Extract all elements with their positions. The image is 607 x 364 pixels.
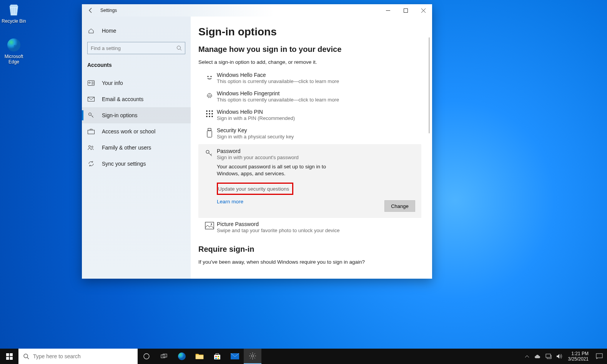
svg-rect-27 [10, 353, 13, 356]
svg-rect-28 [6, 357, 9, 360]
tray-volume-icon[interactable] [556, 353, 563, 360]
option-pin[interactable]: Windows Hello PIN Sign in with a PIN (Re… [198, 106, 421, 124]
tray-chevron-icon[interactable] [524, 353, 531, 360]
change-button[interactable]: Change [384, 200, 415, 212]
scrollbar[interactable] [429, 37, 430, 133]
taskbar-mail[interactable] [226, 349, 244, 364]
option-securitykey[interactable]: Security Key Sign in with a physical sec… [198, 124, 421, 143]
svg-point-23 [206, 150, 209, 153]
taskbar-store[interactable] [208, 349, 226, 364]
taskbar: 1:21 PM 3/25/2021 [0, 349, 607, 364]
back-button[interactable] [82, 4, 100, 17]
sidebar-item-signin[interactable]: Sign-in options [82, 107, 191, 123]
sidebar-item-family[interactable]: Family & other users [82, 140, 191, 156]
recycle-bin-icon [6, 2, 22, 18]
svg-point-17 [211, 113, 213, 115]
taskbar-edge[interactable] [173, 349, 191, 364]
svg-point-15 [206, 113, 208, 115]
edge-desktop-icon[interactable]: Microsoft Edge [0, 37, 28, 65]
option-sub: Sign in with your account's password [217, 155, 417, 160]
svg-point-42 [251, 355, 254, 357]
system-tray [521, 353, 565, 360]
minimize-button[interactable] [379, 4, 397, 17]
tray-network-icon[interactable] [545, 353, 552, 360]
option-title: Password [217, 148, 417, 154]
option-fingerprint[interactable]: Windows Hello Fingerprint This option is… [198, 87, 421, 106]
svg-rect-39 [215, 358, 217, 359]
option-title: Windows Hello Fingerprint [217, 90, 417, 96]
option-title: Windows Hello Face [217, 72, 417, 78]
svg-point-18 [206, 116, 208, 117]
annotation-highlight: Update your security questions [217, 183, 293, 195]
sidebar-item-sync[interactable]: Sync your settings [82, 156, 191, 172]
svg-rect-29 [10, 357, 13, 360]
require-subtext: If you've been away, when should Windows… [198, 259, 432, 265]
taskbar-clock[interactable]: 1:21 PM 3/25/2021 [565, 351, 592, 362]
briefcase-icon [87, 128, 95, 135]
window-title: Settings [100, 8, 117, 13]
recycle-bin-desktop-icon[interactable]: Recycle Bin [0, 2, 28, 24]
sidebar-home-label: Home [102, 28, 116, 34]
content-pane: Sign-in options Manage how you sign in t… [191, 17, 432, 279]
sidebar-item-work[interactable]: Access work or school [82, 123, 191, 140]
settings-window: Settings Home [82, 4, 432, 279]
option-sub: This option is currently unavailable—cli… [217, 78, 417, 84]
task-view-button-2[interactable] [155, 349, 173, 364]
fingerprint-icon [202, 90, 217, 103]
svg-point-2 [177, 46, 181, 50]
option-sub: Sign in with a physical security key [217, 134, 417, 140]
maximize-button[interactable] [397, 4, 414, 17]
svg-point-13 [209, 110, 210, 112]
sidebar-item-your-info[interactable]: Your info [82, 75, 191, 91]
picture-icon [202, 221, 217, 233]
key-icon [87, 111, 95, 119]
password-body: Your account password is all set up to s… [217, 163, 344, 177]
option-face[interactable]: Windows Hello Face This option is curren… [198, 69, 421, 87]
sync-icon [87, 160, 95, 168]
face-icon [202, 72, 217, 84]
person-card-icon [87, 79, 95, 87]
search-box[interactable] [87, 42, 185, 54]
desktop: Recycle Bin Microsoft Edge Settings [0, 0, 607, 364]
taskbar-search[interactable] [18, 349, 138, 364]
require-heading: Require sign-in [198, 245, 432, 254]
svg-point-19 [209, 116, 210, 117]
svg-point-6 [89, 113, 91, 116]
update-security-questions-link[interactable]: Update your security questions [218, 186, 289, 192]
option-password[interactable]: Password Sign in with your account's pas… [198, 144, 421, 218]
tray-onedrive-icon[interactable] [534, 353, 541, 360]
task-view-button[interactable] [138, 349, 155, 364]
svg-point-34 [178, 352, 186, 360]
sidebar-item-label: Sign-in options [102, 112, 138, 118]
taskbar-search-input[interactable] [33, 353, 133, 359]
section-heading: Manage how you sign in to your device [198, 45, 432, 54]
svg-point-31 [144, 354, 149, 359]
titlebar: Settings [82, 4, 432, 17]
action-center-button[interactable] [592, 349, 607, 364]
svg-rect-43 [546, 354, 550, 357]
start-button[interactable] [0, 349, 18, 364]
clock-date: 3/25/2021 [568, 356, 589, 362]
learn-more-link[interactable]: Learn more [217, 199, 243, 204]
sidebar-item-email[interactable]: Email & accounts [82, 91, 191, 107]
close-button[interactable] [414, 4, 432, 17]
option-title: Security Key [217, 127, 417, 133]
svg-rect-7 [88, 130, 95, 134]
taskbar-explorer[interactable] [191, 349, 208, 364]
option-picture[interactable]: Picture Password Swipe and tap your favo… [198, 218, 421, 236]
option-sub: Swipe and tap your favorite photo to unl… [217, 228, 417, 233]
option-title: Windows Hello PIN [217, 109, 417, 115]
taskbar-settings[interactable] [244, 349, 261, 364]
svg-rect-35 [196, 355, 203, 359]
svg-point-20 [211, 116, 213, 117]
svg-point-30 [24, 354, 28, 358]
svg-point-4 [89, 82, 90, 83]
svg-point-12 [206, 110, 208, 112]
svg-rect-40 [218, 358, 219, 359]
option-sub: This option is currently unavailable—cli… [217, 97, 417, 103]
sidebar-home[interactable]: Home [82, 23, 191, 39]
page-title: Sign-in options [198, 26, 432, 38]
search-input[interactable] [91, 45, 176, 51]
envelope-icon [87, 95, 95, 103]
sidebar-item-label: Family & other users [102, 145, 151, 151]
